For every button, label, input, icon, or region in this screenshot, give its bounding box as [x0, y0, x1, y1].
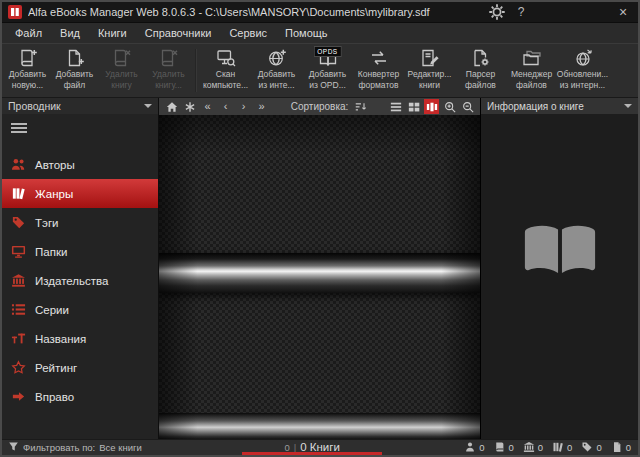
delete-book-permanent-button: Удалить книгу...: [145, 44, 192, 97]
edit-books-button[interactable]: Редактир... книги: [404, 44, 455, 97]
book-info-header-label: Информация о книге: [487, 101, 584, 112]
bank-icon: [523, 441, 535, 455]
book-info-body: [481, 114, 638, 439]
chevron-down-icon: [624, 104, 632, 108]
sidebar-item-titles[interactable]: Названия: [2, 324, 158, 353]
file-manager-button[interactable]: Менеджер файлов: [506, 44, 557, 97]
favorites-button[interactable]: [182, 99, 197, 114]
sidebar-item-label: Серии: [35, 304, 69, 316]
prev-page-button[interactable]: ‹: [218, 99, 233, 114]
counter-value: 0: [626, 442, 631, 453]
file-add-icon: [65, 47, 85, 69]
menu-references[interactable]: Справочники: [136, 23, 221, 44]
button-label: из интерн...: [560, 80, 605, 91]
zoom-out-button[interactable]: [460, 99, 475, 114]
settings-gear-icon[interactable]: [488, 4, 506, 20]
sidebar-item-publishers[interactable]: Издательства: [2, 266, 158, 295]
tile-view-button[interactable]: [406, 99, 421, 114]
sidebar-item-series[interactable]: Серии: [2, 295, 158, 324]
first-page-button[interactable]: «: [200, 99, 215, 114]
add-from-opds-button[interactable]: OPDS Добавить из OPD...: [302, 44, 353, 97]
format-converter-button[interactable]: Конвертер форматов: [353, 44, 404, 97]
book-info-panel: Информация о книге: [481, 98, 638, 439]
last-page-button[interactable]: »: [254, 99, 269, 114]
menu-file[interactable]: Файл: [6, 23, 51, 44]
sort-label: Сортировка:: [291, 101, 349, 112]
file-manager-icon: [522, 47, 542, 69]
file-parser-button[interactable]: Парсер файлов: [455, 44, 506, 97]
delete-book-button: Удалить книгу: [98, 44, 145, 97]
home-button[interactable]: [164, 99, 179, 114]
menu-books[interactable]: Книги: [89, 23, 136, 44]
explorer-header[interactable]: Проводник: [2, 98, 158, 114]
add-new-book-button[interactable]: Добавить новую...: [4, 44, 51, 97]
button-label: книгу...: [155, 80, 182, 91]
book-count-area: 0 | 0 Книги: [160, 440, 464, 455]
series-counter: 0: [552, 441, 572, 455]
book-carousel[interactable]: [159, 115, 480, 439]
counter-value: 0: [509, 442, 514, 453]
menu-bar: Файл Вид Книги Справочники Сервис Помощь: [2, 22, 638, 43]
edit-book-icon: [420, 47, 440, 69]
next-page-button[interactable]: ›: [236, 99, 251, 114]
globe-add-icon: [267, 47, 287, 69]
title-bar: Alfa eBooks Manager Web 8.0.6.3 - C:\Use…: [2, 2, 638, 22]
menu-help[interactable]: Помощь: [276, 23, 337, 44]
menu-view[interactable]: Вид: [51, 23, 89, 44]
button-label: компьюте...: [203, 80, 248, 91]
sidebar-item-label: Названия: [35, 333, 86, 345]
sidebar-item-tags[interactable]: Тэги: [2, 208, 158, 237]
arrow-right-icon: [10, 389, 27, 405]
close-icon[interactable]: ×: [614, 4, 632, 20]
button-label: Конвертер: [358, 69, 399, 80]
add-file-button[interactable]: Добавить файл: [51, 44, 98, 97]
button-label: Удалить: [152, 69, 184, 80]
scan-computer-icon: [216, 47, 236, 69]
tags-counter: 0: [581, 441, 601, 455]
carousel-view-button[interactable]: [424, 99, 439, 114]
publishers-counter: 0: [523, 441, 543, 455]
sidebar-item-forward[interactable]: Вправо: [2, 382, 158, 411]
sidebar-item-genres[interactable]: Жанры: [2, 179, 158, 208]
book-info-header[interactable]: Информация о книге: [481, 98, 638, 114]
book-delete-icon: [159, 47, 179, 69]
toolbar-separator: [195, 49, 197, 92]
sidebar-item-rating[interactable]: Рейтинг: [2, 353, 158, 382]
scan-computer-button[interactable]: Скан компьюте...: [200, 44, 251, 97]
menu-service[interactable]: Сервис: [220, 23, 276, 44]
list-view-button[interactable]: [388, 99, 403, 114]
counter-value: 0: [596, 442, 601, 453]
button-label: Парсер: [466, 69, 495, 80]
button-label: книги: [419, 80, 440, 91]
counter-value: 0: [479, 442, 484, 453]
add-from-internet-button[interactable]: Добавить из инте...: [251, 44, 302, 97]
authors-icon: [10, 157, 27, 173]
sidebar-item-authors[interactable]: Авторы: [2, 150, 158, 179]
sort-direction-button[interactable]: [353, 99, 368, 114]
book-icon: [494, 441, 506, 455]
button-label: из инте...: [258, 80, 294, 91]
update-from-internet-button[interactable]: Обновлени... из интерн...: [557, 44, 608, 97]
update-internet-icon: [573, 47, 593, 69]
series-icon: [10, 302, 27, 318]
filter-value-dropdown[interactable]: Все книги: [99, 442, 142, 453]
sidebar-item-folders[interactable]: Папки: [2, 237, 158, 266]
counter-value: 0: [567, 442, 572, 453]
tag-icon: [581, 441, 593, 455]
help-icon[interactable]: ?: [512, 4, 530, 20]
open-book-placeholder-icon: [521, 222, 599, 282]
main-toolbar: Добавить новую... Добавить файл Удалить …: [2, 43, 638, 98]
sidebar-item-label: Рейтинг: [35, 362, 77, 374]
button-label: Редактир...: [408, 69, 452, 80]
progress-bar: [242, 452, 382, 455]
button-label: Добавить: [56, 69, 94, 80]
sidebar-item-label: Издательства: [35, 275, 108, 287]
window-title: Alfa eBooks Manager Web 8.0.6.3 - C:\Use…: [28, 6, 482, 18]
sidebar-item-label: Жанры: [35, 188, 73, 200]
zoom-in-button[interactable]: [442, 99, 457, 114]
chevron-down-icon: [144, 104, 152, 108]
sidebar-menu-button[interactable]: [2, 114, 158, 142]
carousel-shelf: [159, 253, 480, 293]
explorer-header-label: Проводник: [8, 100, 61, 112]
publishers-icon: [10, 273, 27, 289]
